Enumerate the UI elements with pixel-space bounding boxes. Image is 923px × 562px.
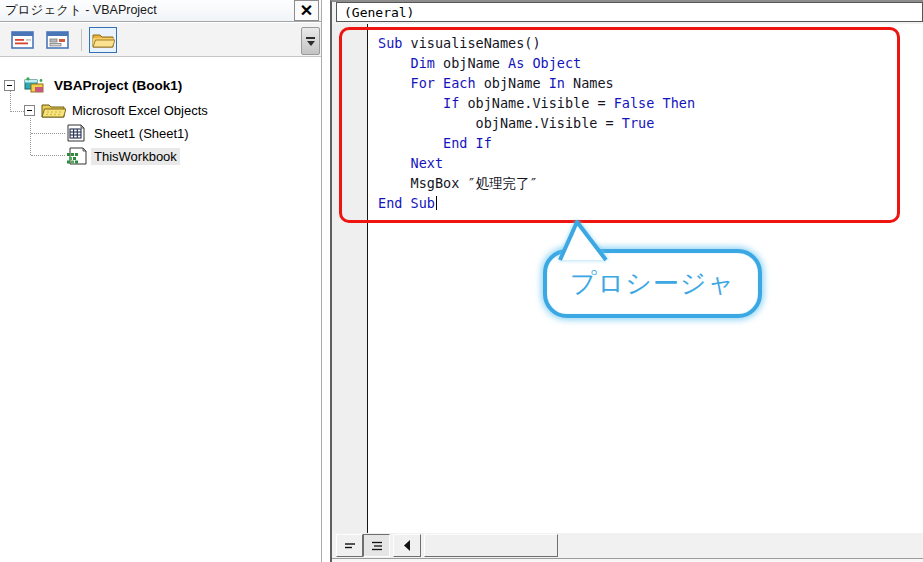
tree-connector <box>10 91 11 112</box>
collapse-toggle-icon[interactable] <box>24 105 35 116</box>
vba-editor-window: プロジェクト - VBAProject ✕ <box>0 0 923 562</box>
code-line: Next <box>378 153 923 173</box>
code-line: MsgBox ″処理完了″ <box>378 173 923 193</box>
code-segment: visualiseNames() <box>402 35 540 51</box>
callout-tail <box>548 218 628 262</box>
code-line: End If <box>378 133 923 153</box>
project-explorer-title: プロジェクト - VBAProject <box>5 2 157 19</box>
horizontal-scrollbar <box>332 533 923 558</box>
tree-item-label: Microsoft Excel Objects <box>69 102 211 119</box>
window-bottom-edge <box>332 558 923 562</box>
code-segment <box>435 75 443 91</box>
code-line: Dim objName As Object <box>378 53 923 73</box>
view-code-icon <box>11 30 35 50</box>
toolbar-options-button[interactable] <box>301 27 320 55</box>
full-module-view-button[interactable] <box>363 534 390 557</box>
collapse-toggle-icon[interactable] <box>4 80 15 91</box>
code-segment <box>378 75 411 91</box>
code-segment: Dim <box>411 55 435 71</box>
code-segment: Object <box>532 55 581 71</box>
code-segment: objName.Visible = <box>378 115 622 131</box>
scroll-left-icon <box>403 540 411 551</box>
tree-item-excel-objects[interactable]: Microsoft Excel Objects <box>24 101 211 119</box>
code-segment: objName.Visible = <box>459 95 613 111</box>
project-explorer-titlebar: プロジェクト - VBAProject <box>0 0 321 22</box>
tree-item-label: Sheet1 (Sheet1) <box>91 125 192 142</box>
view-code-button[interactable] <box>9 27 37 53</box>
code-segment: Sub <box>378 35 402 51</box>
code-segment: Each <box>443 75 476 91</box>
code-segment: Then <box>663 95 696 111</box>
object-dropdown-value: (General) <box>344 5 414 20</box>
tree-connector <box>11 111 24 112</box>
code-segment <box>378 135 443 151</box>
code-segment: MsgBox ″処理完了″ <box>378 175 538 191</box>
code-segment: Next <box>411 155 444 171</box>
tree-item-label: VBAProject (Book1) <box>51 77 185 94</box>
code-segment: As <box>508 55 524 71</box>
code-segment: Names <box>565 75 614 91</box>
tree-connector <box>30 118 31 155</box>
toggle-folders-icon <box>91 31 115 49</box>
tree-connector <box>31 155 65 156</box>
margin-indicator-bar <box>332 24 368 533</box>
code-segment: End If <box>443 135 492 151</box>
code-line: Sub visualiseNames() <box>378 33 923 53</box>
scrollbar-thumb[interactable] <box>424 534 558 557</box>
tree-item-vbaproject[interactable]: VBAProject (Book1) <box>4 76 185 94</box>
tree-item-label: ThisWorkbook <box>91 148 180 165</box>
code-segment: If <box>443 95 459 111</box>
code-window-header: (General) <box>332 2 923 24</box>
toggle-folders-button[interactable] <box>89 27 117 53</box>
code-segment: False <box>614 95 655 111</box>
text-caret <box>436 196 437 210</box>
project-tree: VBAProject (Book1) Microsoft Excel Objec… <box>0 58 321 562</box>
close-button[interactable]: ✕ <box>294 0 319 21</box>
code-line: For Each objName In Names <box>378 73 923 93</box>
toolbar-options-bar-icon <box>306 37 315 39</box>
object-dropdown[interactable]: (General) <box>336 2 923 22</box>
project-explorer-panel: プロジェクト - VBAProject ✕ <box>0 0 322 562</box>
scroll-left-button[interactable] <box>393 534 421 557</box>
code-segment: objName <box>435 55 508 71</box>
project-explorer-toolbar <box>0 23 321 57</box>
callout-label: プロシージャ <box>570 266 735 301</box>
code-segment: objName <box>476 75 549 91</box>
code-segment <box>378 155 411 171</box>
toolbar-separator <box>81 29 82 51</box>
code-segment: For <box>411 75 435 91</box>
folder-icon <box>41 102 66 118</box>
code-segment <box>378 95 443 111</box>
chevron-down-icon <box>307 41 315 46</box>
tree-connector <box>31 133 65 134</box>
tree-item-sheet1[interactable]: Sheet1 (Sheet1) <box>66 124 192 142</box>
workbook-icon <box>66 147 87 165</box>
code-line: objName.Visible = True <box>378 113 923 133</box>
code-segment: True <box>622 115 655 131</box>
worksheet-icon <box>66 124 87 142</box>
code-line: If objName.Visible = False Then <box>378 93 923 113</box>
tree-item-thisworkbook[interactable]: ThisWorkbook <box>66 147 180 165</box>
project-icon <box>22 77 46 94</box>
full-module-view-icon <box>371 541 383 551</box>
procedure-view-button[interactable] <box>336 534 363 557</box>
code-segment: End Sub <box>378 195 435 211</box>
close-icon: ✕ <box>300 1 313 20</box>
code-segment <box>378 55 411 71</box>
code-lines: Sub visualiseNames() Dim objName As Obje… <box>378 33 923 213</box>
procedure-view-icon <box>344 542 356 550</box>
code-line: End Sub <box>378 193 923 213</box>
view-object-button[interactable] <box>44 27 72 53</box>
view-object-icon <box>46 30 70 50</box>
code-segment: In <box>549 75 565 91</box>
code-segment <box>654 95 662 111</box>
